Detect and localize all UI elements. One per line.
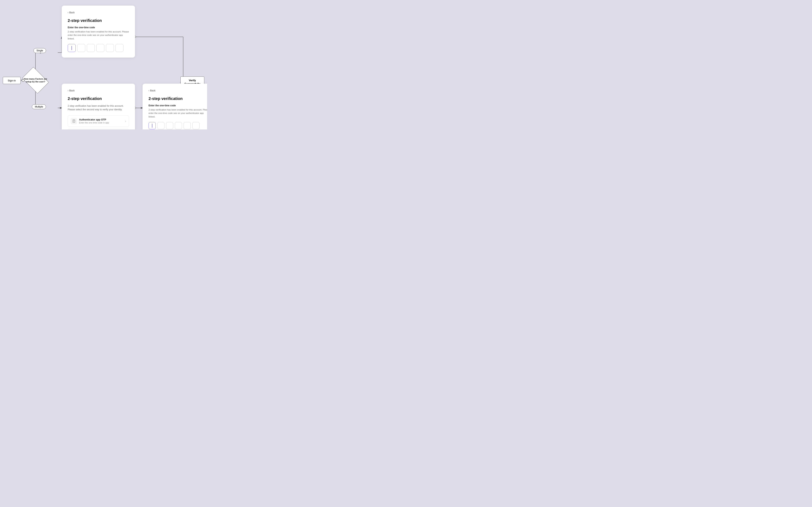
signin-label: Sign-in (8, 79, 16, 82)
br-otp-input-3[interactable] (166, 122, 173, 129)
diamond-label: How many Factors are setup by the user? (23, 77, 47, 83)
authenticator-otp-option[interactable]: Authenticator app OTP Enter the one-time… (68, 115, 129, 127)
authenticator-otp-desc: Enter the one-time code in app (79, 121, 109, 124)
otp-inputs-top (68, 44, 129, 52)
authenticator-otp-title: Authenticator app OTP (79, 118, 109, 121)
back-arrow-icon-bl: ‹ (68, 89, 68, 92)
authenticator-otp-text: Authenticator app OTP Enter the one-time… (79, 118, 109, 124)
single-factor-label: Single (34, 48, 46, 53)
back-button-bottom-left[interactable]: ‹ Back (68, 89, 129, 92)
card-top-title: 2-step verification (68, 18, 129, 23)
authenticator-arrow-icon: › (125, 119, 126, 123)
otp-cursor (71, 46, 72, 50)
authenticator-otp-left: Authenticator app OTP Enter the one-time… (71, 118, 109, 124)
multiple-factor-otp-card: ‹ Back 2-step verification Enter the one… (142, 83, 207, 129)
card-br-desc: 2-step verification has been enabled for… (149, 108, 207, 118)
br-otp-input-1[interactable] (149, 122, 156, 129)
otp-input-5[interactable] (106, 44, 114, 52)
svg-rect-18 (73, 120, 75, 123)
back-arrow-icon: ‹ (68, 11, 68, 14)
otp-input-3[interactable] (87, 44, 95, 52)
br-otp-input-5[interactable] (184, 122, 191, 129)
card-bl-desc: 2-step verification has been enabled for… (68, 104, 129, 111)
back-arrow-icon-br: ‹ (149, 89, 149, 92)
card-top-desc: 2-step verification has been enabled for… (68, 30, 129, 41)
card-br-subtitle: Enter the one-time code (149, 104, 207, 107)
br-otp-cursor (152, 124, 152, 128)
back-button-bottom-right[interactable]: ‹ Back (149, 89, 207, 92)
card-top-subtitle: Enter the one-time code (68, 26, 129, 29)
multiple-factor-label: Multiple (32, 104, 46, 109)
br-otp-input-2[interactable] (157, 122, 165, 129)
card-bl-title: 2-step verification (68, 96, 129, 101)
single-factor-card: ‹ Back 2-step verification Enter the one… (62, 6, 135, 58)
back-button-top[interactable]: ‹ Back (68, 11, 129, 14)
br-otp-input-6[interactable] (192, 122, 199, 129)
signin-box: Sign-in (3, 77, 21, 84)
authenticator-icon (71, 118, 77, 124)
card-br-title: 2-step verification (149, 96, 207, 101)
multiple-factor-selection-card: ‹ Back 2-step verification 2-step verifi… (62, 83, 135, 129)
backup-codes-option[interactable]: Backup codes Paste the backup code you s… (68, 129, 129, 129)
otp-input-6[interactable] (115, 44, 123, 52)
otp-input-2[interactable] (77, 44, 85, 52)
otp-inputs-bottom-right (149, 122, 207, 129)
decision-diamond: How many Factors are setup by the user? (23, 71, 47, 89)
otp-input-1[interactable] (68, 44, 76, 52)
br-otp-input-4[interactable] (175, 122, 182, 129)
otp-input-4[interactable] (96, 44, 104, 52)
